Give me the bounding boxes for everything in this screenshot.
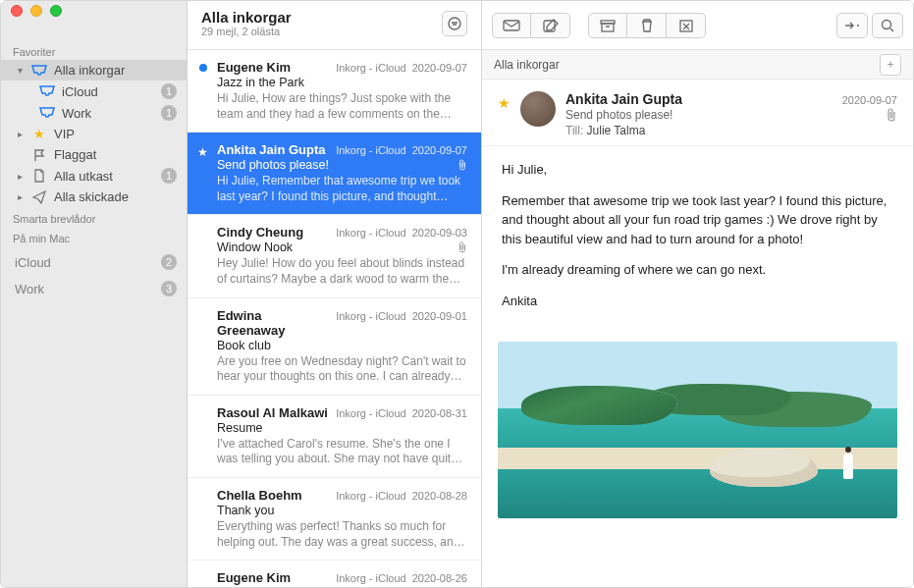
inbox-icon xyxy=(38,85,56,97)
message-list[interactable]: Eugene KimInkorg - iCloud2020-09-07Jazz … xyxy=(188,50,481,587)
sidebar-item-all-inboxes[interactable]: ▾ Alla inkorgar xyxy=(1,60,187,80)
message-preview: Hi Julie, Remember that awesome trip we … xyxy=(217,174,467,204)
message-sender: Chella Boehm xyxy=(217,488,302,503)
count-badge: 3 xyxy=(161,281,177,296)
mail-body-line: Remember that awesome trip we took last … xyxy=(502,191,893,249)
sidebar-item-vip[interactable]: ▸ ★ VIP xyxy=(1,124,187,144)
sidebar-item-label: Work xyxy=(15,282,155,296)
attachment-icon[interactable] xyxy=(886,108,897,122)
message-sender: Rasoul Al Malkawi xyxy=(217,405,328,420)
message-sender: Cindy Cheung xyxy=(217,225,303,240)
star-icon[interactable]: ★ xyxy=(498,95,511,137)
message-preview: Hi Julie, How are things? Just spoke wit… xyxy=(217,91,467,122)
minimize-window-button[interactable] xyxy=(30,5,42,17)
message-mailbox: Inkorg - iCloud xyxy=(336,490,406,502)
mail-body-line: Hi Julie, xyxy=(502,160,893,180)
sidebar-item-sent[interactable]: ▸ Alla skickade xyxy=(1,187,187,207)
sender-avatar[interactable] xyxy=(520,91,556,127)
inbox-icon xyxy=(30,65,48,77)
add-related-button[interactable]: ＋ xyxy=(880,54,901,76)
reply-button[interactable] xyxy=(492,13,531,38)
message-row[interactable]: ★Ankita Jain GuptaInkorg - iCloud2020-09… xyxy=(188,133,481,215)
message-subject: Jazz in the Park xyxy=(217,76,304,89)
sidebar-item-icloud[interactable]: iCloud 1 xyxy=(1,80,187,102)
message-subject: Send photos please! xyxy=(217,158,329,172)
unread-badge: 1 xyxy=(161,83,177,99)
message-mailbox: Inkorg - iCloud xyxy=(336,572,406,584)
message-row[interactable]: Chella BoehmInkorg - iCloud2020-08-28Tha… xyxy=(188,478,481,561)
message-row[interactable]: Edwina GreenawayInkorg - iCloud2020-09-0… xyxy=(188,298,481,396)
message-sender: Eugene Kim xyxy=(217,570,291,585)
reader-pane: Alla inkorgar ＋ ★ Ankita Jain Gupta 2020… xyxy=(482,1,913,587)
message-preview: Hey Julie! How do you feel about blinds … xyxy=(217,256,467,287)
svg-point-0 xyxy=(449,18,460,29)
paperplane-icon xyxy=(30,190,48,204)
close-window-button[interactable] xyxy=(11,5,23,17)
sidebar-item-label: Alla skickade xyxy=(54,189,177,204)
chevron-right-icon[interactable]: ▸ xyxy=(15,171,25,182)
message-date: 2020-09-07 xyxy=(412,144,467,156)
message-subject: Book club xyxy=(217,339,271,352)
sidebar-item-label: Work xyxy=(62,106,155,121)
message-sender: Eugene Kim xyxy=(217,60,291,75)
star-icon: ★ xyxy=(30,127,48,141)
compose-button[interactable] xyxy=(531,13,570,38)
sidebar: Favoriter ▾ Alla inkorgar iCloud 1 Work … xyxy=(1,1,188,587)
message-date: 2020-09-03 xyxy=(412,227,467,239)
chevron-down-icon[interactable]: ▾ xyxy=(15,65,25,76)
mail-attachment-image[interactable] xyxy=(498,342,897,518)
message-subject: Running article xyxy=(217,586,298,587)
message-mailbox: Inkorg - iCloud xyxy=(336,227,406,239)
junk-button[interactable] xyxy=(667,13,706,38)
sidebar-item-label: Alla inkorgar xyxy=(54,63,177,78)
mail-to-label: Till: xyxy=(565,124,583,137)
message-mailbox: Inkorg - iCloud xyxy=(336,144,406,156)
archive-button[interactable] xyxy=(588,13,627,38)
mail-sender[interactable]: Ankita Jain Gupta xyxy=(565,91,682,107)
photo-person xyxy=(843,454,853,479)
message-subject: Thank you xyxy=(217,504,274,517)
unread-dot-icon xyxy=(199,64,207,72)
delete-button[interactable] xyxy=(627,13,667,38)
sidebar-item-drafts[interactable]: ▸ Alla utkast 1 xyxy=(1,165,187,187)
sidebar-item-label: iCloud xyxy=(15,255,155,270)
filter-button[interactable] xyxy=(442,11,467,36)
message-list-pane: Alla inkorgar 29 mejl, 2 olästa Eugene K… xyxy=(188,1,482,587)
message-row[interactable]: Cindy CheungInkorg - iCloud2020-09-03Win… xyxy=(188,215,481,297)
sidebar-account-work[interactable]: Work 3 xyxy=(1,273,187,299)
chevron-right-icon[interactable]: ▸ xyxy=(15,129,25,139)
sidebar-item-flagged[interactable]: Flaggat xyxy=(1,144,187,165)
message-subject: Resume xyxy=(217,421,263,435)
document-icon xyxy=(30,169,48,183)
chevron-right-icon[interactable]: ▸ xyxy=(15,191,25,202)
message-mailbox: Inkorg - iCloud xyxy=(336,407,406,419)
message-mailbox: Inkorg - iCloud xyxy=(336,62,406,74)
sidebar-item-label: Alla utkast xyxy=(54,169,155,184)
mail-body-line: I'm already dreaming of where we can go … xyxy=(502,260,893,280)
message-row[interactable]: Rasoul Al MalkawiInkorg - iCloud2020-08-… xyxy=(188,396,481,478)
message-list-header: Alla inkorgar 29 mejl, 2 olästa xyxy=(188,1,481,50)
count-badge: 1 xyxy=(161,168,177,184)
sidebar-section-favorites: Favoriter xyxy=(1,40,187,60)
toolbar xyxy=(482,1,913,50)
sidebar-item-label: iCloud xyxy=(62,84,155,99)
message-sender: Ankita Jain Gupta xyxy=(217,142,326,157)
thread-mailbox-label: Alla inkorgar xyxy=(494,58,560,72)
more-button[interactable] xyxy=(836,13,868,38)
thread-path-bar: Alla inkorgar ＋ xyxy=(482,50,913,80)
sidebar-item-label: Flaggat xyxy=(54,147,177,162)
sidebar-item-label: VIP xyxy=(54,127,177,141)
mail-body: Hi Julie, Remember that awesome trip we … xyxy=(482,146,913,336)
sidebar-item-work[interactable]: Work 1 xyxy=(1,102,187,124)
message-row[interactable]: Eugene KimInkorg - iCloud2020-09-07Jazz … xyxy=(188,50,481,133)
mail-body-line: Ankita xyxy=(502,292,893,311)
search-button[interactable] xyxy=(872,13,903,38)
sidebar-account-icloud[interactable]: iCloud 2 xyxy=(1,246,187,273)
message-row[interactable]: Eugene KimInkorg - iCloud2020-08-26Runni… xyxy=(188,561,481,587)
sidebar-section-smart: Smarta brevlådor xyxy=(1,207,187,227)
mail-to-name[interactable]: Julie Talma xyxy=(587,124,646,137)
attachment-icon xyxy=(457,241,467,253)
message-date: 2020-08-26 xyxy=(412,572,467,584)
mail-header: ★ Ankita Jain Gupta 2020-09-07 Send phot… xyxy=(482,80,913,146)
zoom-window-button[interactable] xyxy=(50,5,62,17)
